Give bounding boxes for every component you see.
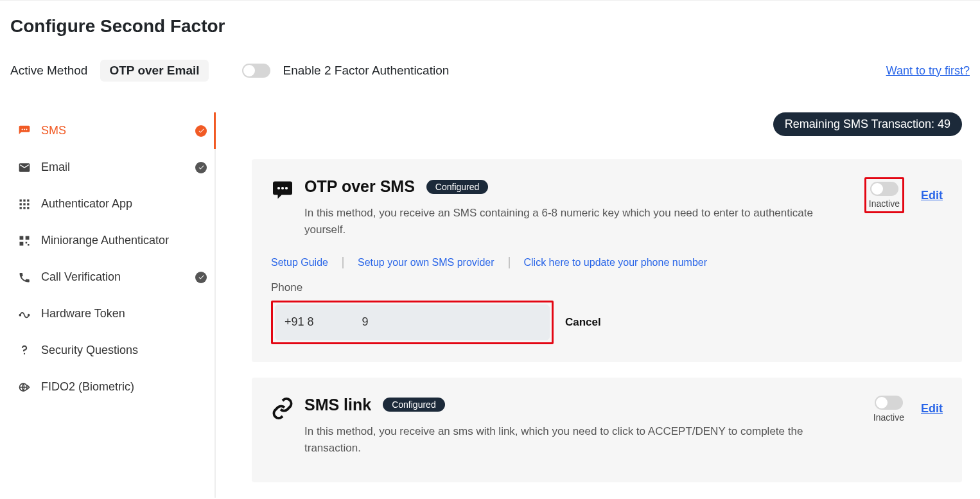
sidebar-item-call[interactable]: Call Verification: [10, 259, 214, 295]
sidebar-item-label: Miniorange Authenticator: [41, 234, 207, 247]
svg-rect-9: [20, 207, 22, 209]
edit-link[interactable]: Edit: [921, 189, 943, 202]
sms-bubble-icon: [271, 179, 294, 202]
token-icon: [18, 308, 31, 320]
sidebar-item-label: SMS: [41, 124, 185, 137]
svg-rect-5: [27, 199, 29, 201]
method-title: OTP over SMS: [304, 177, 415, 196]
method-card-otp-sms: OTP over SMS Configured In this method, …: [252, 159, 962, 362]
qr-icon: [18, 234, 31, 247]
inactive-label: Inactive: [873, 412, 904, 423]
divider: [509, 257, 510, 268]
sidebar-item-label: Hardware Token: [41, 307, 207, 320]
enable-2fa-toggle[interactable]: [242, 64, 270, 78]
help-links-row: Setup Guide Setup your own SMS provider …: [271, 257, 943, 268]
svg-rect-16: [28, 244, 30, 246]
divider: [342, 257, 344, 268]
active-method-label: Active Method: [10, 64, 87, 78]
svg-point-2: [26, 128, 27, 130]
sidebar-item-fido2[interactable]: FIDO2 (Biometric): [10, 369, 214, 405]
svg-rect-4: [23, 199, 25, 201]
sidebar-item-label: Authenticator App: [41, 197, 207, 211]
svg-rect-10: [23, 207, 25, 209]
otp-sms-active-toggle[interactable]: [870, 182, 898, 196]
svg-rect-6: [20, 203, 22, 205]
svg-rect-15: [26, 241, 28, 243]
sidebar-item-email[interactable]: Email: [10, 149, 214, 186]
phone-label: Phone: [271, 281, 943, 294]
email-icon: [18, 161, 31, 174]
check-icon: [195, 125, 207, 137]
svg-point-1: [24, 128, 25, 130]
question-icon: [18, 344, 31, 357]
method-description: In this method, you receive an sms with …: [304, 423, 837, 457]
svg-point-18: [28, 314, 30, 315]
sidebar-item-label: FIDO2 (Biometric): [41, 380, 207, 394]
sms-icon: [18, 125, 31, 137]
svg-rect-7: [23, 203, 25, 205]
toggle-highlight: Inactive: [864, 177, 904, 213]
phone-input[interactable]: [275, 304, 550, 340]
setup-guide-link[interactable]: Setup Guide: [271, 257, 328, 268]
svg-rect-11: [27, 207, 29, 209]
method-title: SMS link: [304, 396, 371, 414]
svg-point-20: [277, 187, 280, 189]
svg-point-22: [285, 187, 288, 189]
toggle-knob: [243, 65, 255, 76]
check-icon: [195, 272, 207, 283]
phone-input-highlight: [271, 301, 554, 344]
sidebar-item-authenticator[interactable]: Authenticator App: [10, 186, 214, 222]
sidebar: SMS Email: [10, 112, 216, 498]
sidebar-item-label: Security Questions: [41, 344, 207, 357]
enable-2fa-label: Enable 2 Factor Authentication: [283, 64, 450, 78]
inactive-label: Inactive: [869, 198, 900, 209]
sms-link-active-toggle[interactable]: [875, 396, 903, 410]
edit-link[interactable]: Edit: [921, 402, 943, 416]
sidebar-item-label: Email: [41, 161, 185, 174]
svg-rect-8: [27, 203, 29, 205]
toggle-knob: [876, 397, 888, 408]
sidebar-item-hardware[interactable]: Hardware Token: [10, 295, 214, 332]
active-method-badge: OTP over Email: [100, 60, 208, 82]
svg-point-17: [19, 314, 21, 315]
svg-point-21: [281, 187, 284, 189]
svg-rect-13: [26, 236, 30, 240]
cancel-button[interactable]: Cancel: [565, 316, 601, 329]
method-description: In this method, you receive an SMS conta…: [304, 205, 837, 239]
configured-badge: Configured: [426, 180, 489, 194]
sidebar-item-label: Call Verification: [41, 270, 185, 284]
want-to-try-link[interactable]: Want to try first?: [886, 64, 970, 78]
remaining-sms-badge: Remaining SMS Transaction: 49: [773, 112, 962, 136]
globe-icon: [18, 381, 31, 394]
toggle-knob: [871, 183, 883, 195]
svg-point-0: [22, 128, 23, 130]
page-title: Configure Second Factor: [10, 16, 970, 37]
sms-provider-link[interactable]: Setup your own SMS provider: [358, 257, 494, 268]
phone-icon: [18, 271, 31, 284]
apps-icon: [18, 198, 31, 211]
content-area: Remaining SMS Transaction: 49 OTP over S…: [252, 112, 970, 498]
header-row: Active Method OTP over Email Enable 2 Fa…: [10, 60, 970, 82]
svg-rect-3: [20, 199, 22, 201]
method-card-sms-link: SMS link Configured In this method, you …: [252, 378, 962, 483]
check-icon: [195, 162, 207, 173]
update-phone-link[interactable]: Click here to update your phone number: [524, 257, 708, 268]
link-icon: [271, 397, 294, 420]
svg-rect-12: [20, 236, 24, 240]
sidebar-item-sms[interactable]: SMS: [10, 112, 214, 149]
sidebar-item-miniorange[interactable]: Miniorange Authenticator: [10, 222, 214, 259]
svg-rect-14: [20, 241, 24, 245]
sidebar-item-security-questions[interactable]: Security Questions: [10, 332, 214, 369]
configured-badge: Configured: [383, 398, 445, 412]
